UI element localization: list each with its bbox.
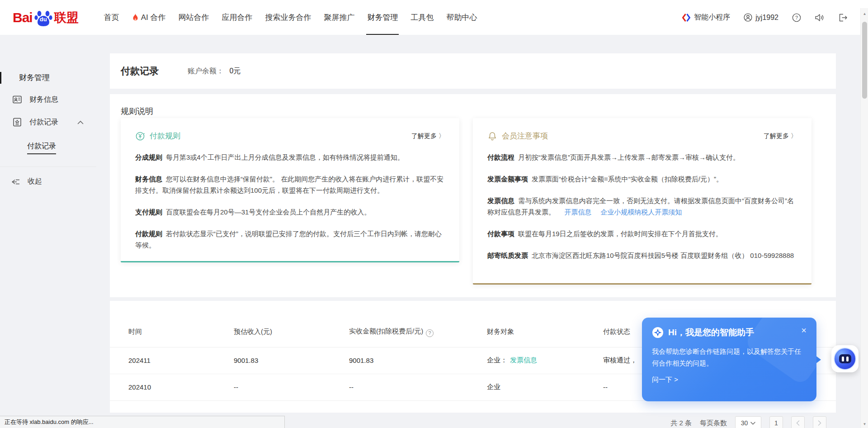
logo-text-bai: Bai <box>13 10 33 25</box>
member-notes-more-link[interactable]: 了解更多〉 <box>764 132 797 140</box>
logo-text-union: 联盟 <box>54 10 79 26</box>
cell-actual: 9001.83 <box>349 347 487 374</box>
page-title: 付款记录 <box>121 65 159 77</box>
nav-item-website[interactable]: 网站合作 <box>172 0 215 35</box>
assistant-robot-button[interactable] <box>831 345 859 372</box>
miniprogram-entry[interactable]: 智能小程序 <box>682 13 730 22</box>
nav-item-help-center[interactable]: 帮助中心 <box>440 0 483 35</box>
nav-item-toolkit[interactable]: 工具包 <box>404 0 440 35</box>
caret-down-icon <box>750 422 755 425</box>
user-icon <box>744 13 752 22</box>
nav-item-search-biz[interactable]: 搜索业务合作 <box>259 0 317 35</box>
per-page-label: 每页条数 <box>700 419 727 428</box>
payment-rules-more-link[interactable]: 了解更多〉 <box>411 132 445 140</box>
cell-time: 202410 <box>110 374 234 400</box>
close-icon[interactable]: × <box>801 326 807 335</box>
invoice-info-link[interactable]: 开票信息 <box>564 208 591 216</box>
nav-item-ai[interactable]: AI 合作 <box>126 0 172 35</box>
compass-icon <box>652 327 664 338</box>
prev-page-button[interactable] <box>791 416 805 428</box>
nav-item-finance[interactable]: 财务管理 <box>361 0 404 35</box>
col-estimated-income: 预估收入(元) <box>234 317 349 347</box>
cell-actual: -- <box>349 374 487 400</box>
col-time: 时间 <box>110 317 234 347</box>
col-actual-amount: 实收金额(扣除税费后/元)? <box>349 317 487 347</box>
baidu-union-logo[interactable]: Bai du 联盟 <box>13 8 79 27</box>
cell-estimated: 9001.83 <box>234 347 349 374</box>
user-account[interactable]: jyj1992 <box>744 13 778 22</box>
chevron-right-icon: 〉 <box>791 132 797 140</box>
member-notes-card: 会员注意事项 了解更多〉 付款流程月初按“发票信息”页面开具发票→上传发票→邮寄… <box>473 118 811 285</box>
balance-value: 0元 <box>229 67 241 75</box>
nav-item-app[interactable]: 应用合作 <box>215 0 259 35</box>
rules-section-card: 规则说明 付款规则 了解更多〉 分成规则每月第3或4个工作日产出上月分成信息及发… <box>110 94 836 297</box>
rule-item: 财务信息您可以在财务信息中选择“保留付款”。 在此期间您产生的收入将在账户内进行… <box>135 173 445 196</box>
assistant-header: Hi，我是您的智能助手 × <box>652 327 807 338</box>
rule-item: 发票金额事项发票票面“价税合计”金额=系统中“实收金额（扣除税费后/元）”。 <box>487 173 797 185</box>
chevron-up-icon[interactable] <box>77 120 84 124</box>
cell-estimated: -- <box>234 374 349 400</box>
small-taxpayer-notice-link[interactable]: 企业小规模纳税人开票须知 <box>600 208 682 216</box>
payment-rules-card: 付款规则 了解更多〉 分成规则每月第3或4个工作日产出上月分成信息及发票信息，如… <box>121 118 459 262</box>
column-help-icon[interactable]: ? <box>426 329 434 337</box>
ask-now-link[interactable]: 问一下 > <box>652 376 807 384</box>
balance-label: 账户余额： <box>188 67 224 75</box>
page-number-1[interactable]: 1 <box>769 416 783 428</box>
member-notes-header: 会员注意事项 了解更多〉 <box>487 131 797 141</box>
rule-item: 邮寄纸质发票北京市海淀区西北旺东路10号院百度科技园5号楼 百度联盟财务组（收）… <box>487 250 797 261</box>
pagination: 共 2 条 每页条数 30 1 <box>670 416 826 428</box>
col-finance-target: 财务对象 <box>487 317 603 347</box>
sidebar-item-finance-info[interactable]: 财务信息 <box>0 95 110 105</box>
nav-item-home[interactable]: 首页 <box>98 0 126 35</box>
bell-icon <box>487 131 497 141</box>
nav-menu: 首页 AI 合作 网站合作 应用合作 搜索业务合作 聚屏推广 财务管理 工具包 … <box>98 0 484 35</box>
rule-item: 付款流程月初按“发票信息”页面开具发票→上传发票→邮寄发票→审核→确认支付。 <box>487 152 797 163</box>
nav-right: 智能小程序 jyj1992 ? <box>682 13 848 22</box>
page-header-card: 付款记录 账户余额： 0元 <box>110 53 836 89</box>
sidebar-item-payment-records[interactable]: 付款记录 <box>0 117 110 127</box>
payment-rules-title: 付款规则 <box>150 131 180 141</box>
rule-item: 支付规则百度联盟会在每月20号—31号支付企业会员上个自然月产生的收入。 <box>135 206 445 218</box>
scroll-down-arrow[interactable]: ▼ <box>861 422 868 426</box>
payment-rules-header: 付款规则 了解更多〉 <box>135 131 445 141</box>
scrollbar-thumb[interactable] <box>862 22 867 99</box>
assistant-popup: Hi，我是您的智能助手 × 我会帮助您诊断合作链路问题，以及解答您关于任何合作相… <box>642 318 816 401</box>
speaker-icon[interactable] <box>815 13 825 22</box>
account-balance: 账户余额： 0元 <box>188 67 241 76</box>
sidebar-subitem-payment-records[interactable]: 付款记录 <box>27 142 56 151</box>
scroll-up-arrow[interactable]: ▲ <box>861 12 868 16</box>
cell-finance-target: 企业：发票信息 <box>487 347 603 374</box>
total-count: 共 2 条 <box>670 419 692 428</box>
flame-icon <box>132 14 139 22</box>
browser-status-bar: 正在等待 xlab.baidu.com 的响应... <box>0 416 285 428</box>
sidebar-section-finance[interactable]: 财务管理 <box>0 72 110 84</box>
svg-text:?: ? <box>795 15 798 20</box>
nav-item-screen-promo[interactable]: 聚屏推广 <box>317 0 361 35</box>
rule-item: 发票信息需与系统内发票信息内容完全一致，否则无法支付。请根据发票信息页面中“百度… <box>487 195 797 218</box>
cell-time: 202411 <box>110 347 234 374</box>
chevron-right-icon: 〉 <box>439 132 445 140</box>
coin-icon <box>135 131 145 141</box>
logout-icon[interactable] <box>838 13 848 22</box>
logo-text-du: du <box>40 15 47 22</box>
miniprogram-diamond-icon <box>682 13 691 22</box>
id-card-icon <box>12 95 22 105</box>
robot-icon <box>834 347 856 370</box>
rules-section-title: 规则说明 <box>121 106 153 117</box>
assistant-message: 我会帮助您诊断合作链路问题，以及解答您关于任何合作相关的问题。 <box>652 346 807 369</box>
baidu-paw-icon: du <box>34 8 53 27</box>
sidebar-collapse-button[interactable]: 收起 <box>0 177 42 186</box>
scrollbar[interactable]: ▲ ▼ <box>860 8 868 428</box>
sidebar-divider <box>0 166 96 167</box>
next-page-button[interactable] <box>813 416 826 428</box>
assistant-title: Hi，我是您的智能助手 <box>668 327 754 338</box>
cell-finance-target: 企业 <box>487 374 603 400</box>
badge-star-icon <box>12 117 22 127</box>
invoice-info-table-link[interactable]: 发票信息 <box>510 356 537 364</box>
collapse-arrow-icon <box>11 178 20 185</box>
top-nav: Bai du 联盟 首页 AI 合作 网站合作 应用合作 搜索业务合作 聚屏推广… <box>0 0 868 35</box>
rule-item: 付款事项联盟在每月19日之后签收的发票，付款时间安排在下个月首批支付。 <box>487 228 797 239</box>
per-page-select[interactable]: 30 <box>735 416 761 428</box>
member-notes-title: 会员注意事项 <box>502 131 548 141</box>
help-icon[interactable]: ? <box>792 13 801 22</box>
